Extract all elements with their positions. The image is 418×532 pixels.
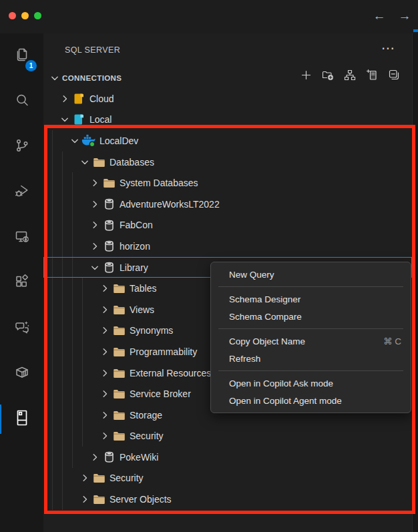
- collapse-all-icon: [388, 69, 400, 83]
- menu-item-copy-object-name[interactable]: Copy Object Name⌘ C: [211, 332, 411, 350]
- tree-item-label: FabCon: [120, 220, 153, 230]
- chevron-right-icon[interactable]: [99, 346, 111, 358]
- tree-item-label: Programmability: [130, 346, 197, 357]
- activity-item-source-control[interactable]: [0, 124, 43, 170]
- activity-badge: 1: [25, 60, 37, 71]
- chevron-right-icon[interactable]: [99, 367, 111, 379]
- chevron-down-icon[interactable]: [79, 156, 91, 168]
- activity-item-explorer[interactable]: 1: [0, 33, 43, 79]
- chevron-right-icon[interactable]: [89, 177, 101, 189]
- chevron-right-icon[interactable]: [59, 93, 71, 105]
- source-control-icon: [14, 138, 30, 156]
- menu-item-label: Copy Object Name: [229, 336, 305, 346]
- activity-item-containers[interactable]: [0, 351, 43, 396]
- menu-item-label: Schema Compare: [229, 312, 302, 322]
- tree-item-security[interactable]: Security: [43, 468, 412, 489]
- folder-cyan-icon: [71, 113, 87, 126]
- tree-item-local[interactable]: Local: [43, 109, 412, 131]
- history-nav: ← →: [371, 7, 413, 25]
- folder-tan-icon: [101, 177, 117, 190]
- chevron-right-icon[interactable]: [99, 430, 111, 442]
- chevron-right-icon[interactable]: [99, 324, 111, 336]
- chevron-right-icon[interactable]: [99, 304, 111, 316]
- activity-item-run-debug[interactable]: [0, 170, 43, 215]
- debug-icon: [14, 183, 30, 202]
- tree-item-databases[interactable]: Databases: [43, 152, 412, 173]
- zoom-window-icon[interactable]: [34, 12, 41, 19]
- collapse-all-button[interactable]: [387, 69, 401, 83]
- tree-item-label: Storage: [130, 410, 162, 421]
- tree-item-security[interactable]: Security: [43, 426, 412, 447]
- chevron-down-icon[interactable]: [89, 262, 101, 274]
- menu-item-shortcut: ⌘ C: [383, 336, 401, 346]
- minimize-window-icon[interactable]: [21, 12, 29, 19]
- folder-tan-icon: [111, 303, 127, 316]
- close-window-icon[interactable]: [9, 12, 16, 19]
- tree-item-label: PokeWiki: [120, 452, 158, 463]
- chevron-right-icon[interactable]: [99, 282, 111, 294]
- tree-item-localdev[interactable]: LocalDev: [43, 130, 412, 152]
- chevron-down-icon[interactable]: [59, 113, 71, 125]
- database-icon: [101, 261, 117, 274]
- menu-separator: [218, 328, 403, 329]
- more-actions-icon[interactable]: ⋯: [381, 40, 395, 56]
- connection-hierarchy-button[interactable]: [343, 69, 357, 83]
- chevron-down-icon[interactable]: [69, 135, 81, 147]
- tree-item-horizon[interactable]: horizon: [43, 236, 412, 257]
- folder-tan-icon: [111, 409, 127, 421]
- tree-item-label: Views: [130, 304, 154, 315]
- add-connection-button[interactable]: [299, 69, 312, 83]
- activity-item-sql-server[interactable]: [0, 396, 43, 442]
- folder-amber-icon: [71, 92, 87, 105]
- folder-tan-icon: [111, 366, 127, 379]
- back-icon[interactable]: ←: [371, 7, 387, 25]
- tree-item-server-objects[interactable]: Server Objects: [43, 489, 412, 510]
- chevron-right-icon[interactable]: [89, 219, 101, 231]
- sidebar-header: SQL SERVER ⋯: [43, 33, 412, 67]
- container-cube-icon: [14, 364, 30, 383]
- chevron-right-icon[interactable]: [89, 451, 101, 463]
- tree-item-adventureworkslt2022[interactable]: AdventureWorksLT2022: [43, 194, 412, 215]
- activity-bar: 1: [0, 33, 43, 532]
- title-bar: ← →: [0, 0, 418, 33]
- tree-item-label: Synonyms: [130, 325, 173, 336]
- chevron-right-icon[interactable]: [79, 493, 91, 505]
- forward-icon[interactable]: →: [397, 7, 413, 25]
- activity-item-chat[interactable]: [0, 306, 43, 351]
- folder-tan-icon: [91, 493, 107, 506]
- menu-item-open-in-copilot-ask-mode[interactable]: Open in Copilot Ask mode: [211, 374, 411, 392]
- tree-item-cloud[interactable]: Cloud: [43, 88, 412, 109]
- chevron-right-icon[interactable]: [99, 388, 111, 400]
- tree-item-label: AdventureWorksLT2022: [120, 199, 220, 210]
- chevron-right-icon[interactable]: [89, 240, 101, 252]
- tree-item-label: Library: [120, 262, 148, 273]
- activity-item-remote-explorer[interactable]: [0, 215, 43, 260]
- editor-tab-accent: [413, 29, 418, 32]
- menu-item-label: Open in Copilot Agent mode: [229, 396, 342, 406]
- menu-item-open-in-copilot-agent-mode[interactable]: Open in Copilot Agent mode: [211, 392, 411, 409]
- menu-item-label: Refresh: [229, 354, 260, 364]
- tree-item-system-databases[interactable]: System Databases: [43, 172, 412, 194]
- tree-item-pokewiki[interactable]: PokeWiki: [43, 447, 412, 468]
- new-connection-group-button[interactable]: [321, 69, 335, 83]
- tree-item-fabcon[interactable]: FabCon: [43, 215, 412, 236]
- menu-item-schema-compare[interactable]: Schema Compare: [211, 308, 411, 325]
- traffic-lights: [9, 12, 41, 19]
- chevron-down-icon[interactable]: [49, 73, 61, 83]
- menu-item-refresh[interactable]: Refresh: [211, 350, 411, 367]
- chevron-right-icon[interactable]: [99, 409, 111, 421]
- database-icon: [101, 451, 117, 463]
- add-server-button[interactable]: [365, 69, 379, 83]
- chevron-right-icon[interactable]: [79, 472, 91, 484]
- database-icon: [101, 219, 117, 232]
- folder-tan-icon: [91, 156, 107, 168]
- tree-item-label: Tables: [130, 283, 156, 294]
- tree-item-label: Security: [110, 473, 144, 483]
- menu-item-new-query[interactable]: New Query: [211, 266, 411, 283]
- chevron-right-icon[interactable]: [89, 198, 101, 210]
- tree-item-label: Cloud: [89, 93, 114, 104]
- menu-item-schema-designer[interactable]: Schema Designer: [211, 290, 411, 308]
- activity-item-search[interactable]: [0, 79, 43, 124]
- folder-plus-icon: [322, 69, 334, 83]
- activity-item-extensions[interactable]: [0, 260, 43, 306]
